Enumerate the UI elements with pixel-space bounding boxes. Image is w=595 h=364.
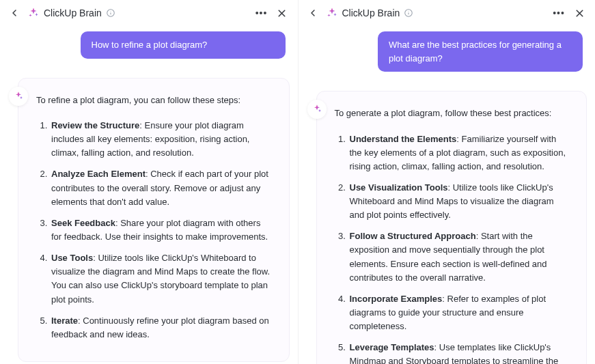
step-title: Seek Feedback (51, 218, 115, 228)
sparkle-icon (27, 7, 40, 19)
ai-response-card: To refine a plot diagram, you can follow… (18, 78, 290, 362)
step-title: Review the Structure (51, 120, 139, 130)
close-button[interactable] (275, 5, 290, 20)
list-item: Understand the Elements: Familiarize you… (348, 132, 570, 173)
pane-right: ClickUp Brain ••• What are the best prac… (298, 0, 596, 364)
back-button[interactable] (7, 5, 22, 20)
app-title-group: ClickUp Brain (27, 7, 115, 19)
list-item: Seek Feedback: Share your plot diagram w… (50, 216, 273, 244)
ai-response-card: To generate a plot diagram, follow these… (316, 91, 587, 364)
step-body: : Continuously refine your plot diagram … (51, 316, 269, 339)
steps-list: Understand the Elements: Familiarize you… (335, 132, 570, 365)
close-button[interactable] (572, 5, 587, 20)
app-title: ClickUp Brain (342, 8, 400, 18)
more-button[interactable]: ••• (551, 5, 566, 20)
step-title: Incorporate Examples (350, 294, 443, 304)
ai-avatar (9, 87, 28, 106)
step-title: Understand the Elements (350, 134, 457, 144)
ai-avatar (307, 100, 327, 119)
header: ClickUp Brain ••• (0, 0, 298, 27)
list-item: Follow a Structured Approach: Start with… (348, 229, 570, 285)
chat-area: What are the best practices for generati… (299, 27, 596, 364)
list-item: Iterate: Continuously refine your plot d… (50, 314, 273, 341)
back-button[interactable] (305, 5, 320, 20)
list-item: Review the Structure: Ensure your plot d… (50, 119, 273, 160)
chat-area: How to refine a plot diagram? To refine … (0, 27, 298, 364)
list-item: Incorporate Examples: Refer to examples … (348, 292, 570, 333)
step-title: Use Visualization Tools (350, 182, 448, 193)
pane-left: ClickUp Brain ••• How to refine a plot d… (0, 0, 298, 364)
app-title: ClickUp Brain (44, 8, 102, 18)
step-title: Use Tools (51, 253, 93, 263)
sparkle-icon (326, 7, 338, 19)
list-item: Use Tools: Utilize tools like ClickUp's … (50, 251, 273, 307)
step-title: Follow a Structured Approach (350, 231, 476, 241)
user-message: How to refine a plot diagram? (81, 31, 286, 59)
user-message: What are the best practices for generati… (378, 31, 583, 72)
list-item: Leverage Templates: Use templates like C… (348, 341, 570, 364)
step-title: Analyze Each Element (51, 169, 146, 179)
svg-point-2 (110, 11, 111, 12)
list-item: Use Visualization Tools: Utilize tools l… (348, 181, 570, 222)
more-button[interactable]: ••• (254, 5, 269, 20)
header: ClickUp Brain ••• (299, 0, 596, 27)
step-title: Iterate (51, 316, 78, 326)
svg-point-7 (409, 11, 409, 12)
list-item: Analyze Each Element: Check if each part… (50, 167, 273, 208)
app-title-group: ClickUp Brain (326, 7, 414, 19)
ai-intro: To refine a plot diagram, you can follow… (36, 94, 273, 107)
ai-intro: To generate a plot diagram, follow these… (335, 107, 570, 120)
steps-list: Review the Structure: Ensure your plot d… (36, 119, 273, 341)
info-icon[interactable] (106, 8, 115, 18)
step-title: Leverage Templates (350, 342, 434, 352)
info-icon[interactable] (404, 8, 413, 18)
